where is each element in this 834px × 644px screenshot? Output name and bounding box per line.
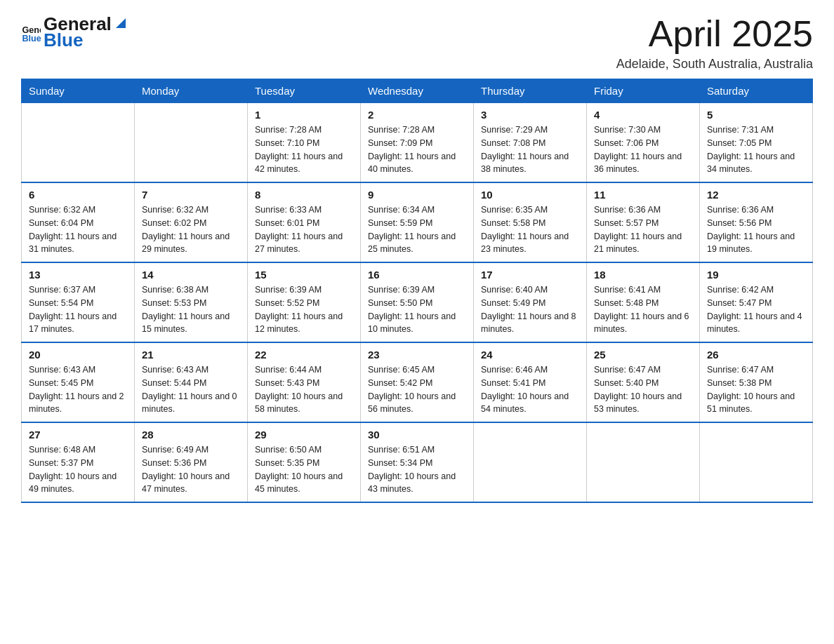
calendar-cell: 1Sunrise: 7:28 AM Sunset: 7:10 PM Daylig…: [248, 103, 361, 183]
day-number: 7: [142, 189, 240, 201]
calendar-cell: 28Sunrise: 6:49 AM Sunset: 5:36 PM Dayli…: [135, 422, 248, 502]
day-info: Sunrise: 6:43 AM Sunset: 5:44 PM Dayligh…: [142, 363, 240, 416]
day-info: Sunrise: 6:32 AM Sunset: 6:04 PM Dayligh…: [29, 203, 127, 256]
calendar-cell: 19Sunrise: 6:42 AM Sunset: 5:47 PM Dayli…: [700, 262, 813, 342]
day-info: Sunrise: 6:37 AM Sunset: 5:54 PM Dayligh…: [29, 283, 127, 336]
day-number: 17: [481, 269, 579, 281]
day-number: 28: [142, 429, 240, 441]
calendar-cell: 10Sunrise: 6:35 AM Sunset: 5:58 PM Dayli…: [474, 182, 587, 262]
calendar-week-row: 13Sunrise: 6:37 AM Sunset: 5:54 PM Dayli…: [22, 262, 813, 342]
day-info: Sunrise: 6:39 AM Sunset: 5:52 PM Dayligh…: [255, 283, 353, 336]
location-subtitle: Adelaide, South Australia, Australia: [616, 57, 813, 72]
calendar-cell: 23Sunrise: 6:45 AM Sunset: 5:42 PM Dayli…: [361, 342, 474, 422]
day-number: 1: [255, 109, 353, 121]
day-info: Sunrise: 6:40 AM Sunset: 5:49 PM Dayligh…: [481, 283, 579, 336]
calendar-cell: [474, 422, 587, 502]
weekday-header-sunday: Sunday: [22, 79, 135, 103]
calendar-cell: 9Sunrise: 6:34 AM Sunset: 5:59 PM Daylig…: [361, 182, 474, 262]
calendar-cell: [22, 103, 135, 183]
calendar-cell: 17Sunrise: 6:40 AM Sunset: 5:49 PM Dayli…: [474, 262, 587, 342]
day-number: 11: [594, 189, 692, 201]
day-number: 29: [255, 429, 353, 441]
svg-text:Blue: Blue: [22, 33, 41, 41]
day-info: Sunrise: 6:48 AM Sunset: 5:37 PM Dayligh…: [29, 443, 127, 496]
calendar-cell: 15Sunrise: 6:39 AM Sunset: 5:52 PM Dayli…: [248, 262, 361, 342]
weekday-header-thursday: Thursday: [474, 79, 587, 103]
day-info: Sunrise: 6:45 AM Sunset: 5:42 PM Dayligh…: [368, 363, 466, 416]
day-number: 13: [29, 269, 127, 281]
calendar-cell: 27Sunrise: 6:48 AM Sunset: 5:37 PM Dayli…: [22, 422, 135, 502]
day-number: 20: [29, 349, 127, 361]
weekday-header-tuesday: Tuesday: [248, 79, 361, 103]
calendar-cell: 6Sunrise: 6:32 AM Sunset: 6:04 PM Daylig…: [22, 182, 135, 262]
logo: General Blue General Blue: [21, 14, 128, 50]
calendar-cell: 24Sunrise: 6:46 AM Sunset: 5:41 PM Dayli…: [474, 342, 587, 422]
day-info: Sunrise: 6:51 AM Sunset: 5:34 PM Dayligh…: [368, 443, 466, 496]
calendar-week-row: 20Sunrise: 6:43 AM Sunset: 5:45 PM Dayli…: [22, 342, 813, 422]
day-info: Sunrise: 6:47 AM Sunset: 5:38 PM Dayligh…: [707, 363, 805, 416]
day-number: 21: [142, 349, 240, 361]
day-info: Sunrise: 7:28 AM Sunset: 7:09 PM Dayligh…: [368, 123, 466, 176]
day-number: 26: [707, 349, 805, 361]
calendar-cell: 13Sunrise: 6:37 AM Sunset: 5:54 PM Dayli…: [22, 262, 135, 342]
calendar-table: SundayMondayTuesdayWednesdayThursdayFrid…: [21, 79, 813, 503]
calendar-week-row: 27Sunrise: 6:48 AM Sunset: 5:37 PM Dayli…: [22, 422, 813, 502]
calendar-cell: 21Sunrise: 6:43 AM Sunset: 5:44 PM Dayli…: [135, 342, 248, 422]
day-number: 19: [707, 269, 805, 281]
month-title: April 2025: [616, 14, 813, 54]
weekday-header-friday: Friday: [587, 79, 700, 103]
day-info: Sunrise: 7:30 AM Sunset: 7:06 PM Dayligh…: [594, 123, 692, 176]
day-number: 27: [29, 429, 127, 441]
day-info: Sunrise: 6:38 AM Sunset: 5:53 PM Dayligh…: [142, 283, 240, 336]
day-number: 22: [255, 349, 353, 361]
day-number: 23: [368, 349, 466, 361]
day-info: Sunrise: 7:28 AM Sunset: 7:10 PM Dayligh…: [255, 123, 353, 176]
day-info: Sunrise: 6:36 AM Sunset: 5:57 PM Dayligh…: [594, 203, 692, 256]
day-number: 16: [368, 269, 466, 281]
day-number: 6: [29, 189, 127, 201]
calendar-cell: 2Sunrise: 7:28 AM Sunset: 7:09 PM Daylig…: [361, 103, 474, 183]
logo-triangle-icon: [113, 15, 128, 31]
day-info: Sunrise: 7:29 AM Sunset: 7:08 PM Dayligh…: [481, 123, 579, 176]
day-info: Sunrise: 6:34 AM Sunset: 5:59 PM Dayligh…: [368, 203, 466, 256]
calendar-cell: [700, 422, 813, 502]
day-info: Sunrise: 6:49 AM Sunset: 5:36 PM Dayligh…: [142, 443, 240, 496]
day-info: Sunrise: 7:31 AM Sunset: 7:05 PM Dayligh…: [707, 123, 805, 176]
day-number: 8: [255, 189, 353, 201]
day-info: Sunrise: 6:36 AM Sunset: 5:56 PM Dayligh…: [707, 203, 805, 256]
calendar-cell: 25Sunrise: 6:47 AM Sunset: 5:40 PM Dayli…: [587, 342, 700, 422]
calendar-cell: [587, 422, 700, 502]
day-number: 30: [368, 429, 466, 441]
day-info: Sunrise: 6:32 AM Sunset: 6:02 PM Dayligh…: [142, 203, 240, 256]
day-info: Sunrise: 6:47 AM Sunset: 5:40 PM Dayligh…: [594, 363, 692, 416]
calendar-week-row: 6Sunrise: 6:32 AM Sunset: 6:04 PM Daylig…: [22, 182, 813, 262]
day-info: Sunrise: 6:35 AM Sunset: 5:58 PM Dayligh…: [481, 203, 579, 256]
calendar-cell: 12Sunrise: 6:36 AM Sunset: 5:56 PM Dayli…: [700, 182, 813, 262]
calendar-cell: 8Sunrise: 6:33 AM Sunset: 6:01 PM Daylig…: [248, 182, 361, 262]
calendar-cell: 26Sunrise: 6:47 AM Sunset: 5:38 PM Dayli…: [700, 342, 813, 422]
calendar-cell: 3Sunrise: 7:29 AM Sunset: 7:08 PM Daylig…: [474, 103, 587, 183]
day-number: 3: [481, 109, 579, 121]
day-info: Sunrise: 6:39 AM Sunset: 5:50 PM Dayligh…: [368, 283, 466, 336]
calendar-cell: 29Sunrise: 6:50 AM Sunset: 5:35 PM Dayli…: [248, 422, 361, 502]
day-number: 14: [142, 269, 240, 281]
logo-icon: General Blue: [21, 22, 41, 42]
calendar-cell: 20Sunrise: 6:43 AM Sunset: 5:45 PM Dayli…: [22, 342, 135, 422]
calendar-cell: 4Sunrise: 7:30 AM Sunset: 7:06 PM Daylig…: [587, 103, 700, 183]
day-number: 25: [594, 349, 692, 361]
logo-blue-text: Blue: [44, 30, 128, 51]
day-number: 2: [368, 109, 466, 121]
calendar-cell: [135, 103, 248, 183]
calendar-cell: 7Sunrise: 6:32 AM Sunset: 6:02 PM Daylig…: [135, 182, 248, 262]
day-info: Sunrise: 6:50 AM Sunset: 5:35 PM Dayligh…: [255, 443, 353, 496]
calendar-cell: 14Sunrise: 6:38 AM Sunset: 5:53 PM Dayli…: [135, 262, 248, 342]
calendar-cell: 11Sunrise: 6:36 AM Sunset: 5:57 PM Dayli…: [587, 182, 700, 262]
calendar-week-row: 1Sunrise: 7:28 AM Sunset: 7:10 PM Daylig…: [22, 103, 813, 183]
calendar-cell: 22Sunrise: 6:44 AM Sunset: 5:43 PM Dayli…: [248, 342, 361, 422]
day-info: Sunrise: 6:43 AM Sunset: 5:45 PM Dayligh…: [29, 363, 127, 416]
page-header: General Blue General Blue April 2025 Ade…: [21, 14, 813, 72]
day-number: 12: [707, 189, 805, 201]
calendar-cell: 16Sunrise: 6:39 AM Sunset: 5:50 PM Dayli…: [361, 262, 474, 342]
day-number: 10: [481, 189, 579, 201]
day-info: Sunrise: 6:42 AM Sunset: 5:47 PM Dayligh…: [707, 283, 805, 336]
